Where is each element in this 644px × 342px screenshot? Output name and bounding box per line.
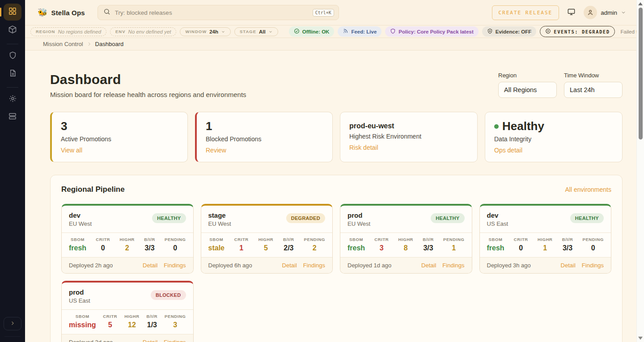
detail-link[interactable]: Detail xyxy=(143,339,157,342)
pipeline-card-footer: Deployed 1d ago DetailFindings xyxy=(340,258,472,273)
user-menu[interactable]: admin xyxy=(584,6,626,19)
findings-link[interactable]: Findings xyxy=(303,262,325,269)
metric-pending: PENDING2 xyxy=(304,237,325,252)
search-shortcut-badge: Ctrl+K xyxy=(313,9,334,17)
metrics-row: SBOMfresh CRITR3 HIGHR8 B/I/R3/3 PENDING… xyxy=(340,232,472,258)
sidebar-item-packages[interactable] xyxy=(4,22,21,38)
global-search[interactable]: Ctrl+K xyxy=(97,5,339,20)
scroll-down-arrow-icon[interactable] xyxy=(638,337,643,340)
sidebar-item-documents[interactable] xyxy=(4,66,21,82)
display-mode-button[interactable] xyxy=(565,6,577,19)
active-promotions-label: Active Promotions xyxy=(61,135,178,143)
sidebar-expand-button[interactable] xyxy=(4,317,21,330)
metric-sbom: SBOMfresh xyxy=(487,237,504,252)
vertical-scrollbar[interactable] xyxy=(636,0,644,342)
env-context-pill[interactable]: ENV No env defined yet xyxy=(110,27,176,36)
env-block: stage EU West xyxy=(208,211,231,227)
breadcrumb-parent[interactable]: Mission Control xyxy=(43,41,83,47)
metric-critr: CRITR5 xyxy=(103,314,117,329)
active-promotions-value: 3 xyxy=(61,120,178,133)
events-status-pill[interactable]: EVENTS: DEGRADED xyxy=(540,26,615,37)
metric-sbom: SBOMfresh xyxy=(347,237,365,252)
time-window-filter-select[interactable]: Last 24h xyxy=(564,82,623,98)
scroll-up-arrow-icon[interactable] xyxy=(638,2,643,5)
region-context-pill[interactable]: REGION No regions defined xyxy=(30,27,106,36)
sidebar-item-settings[interactable] xyxy=(4,91,21,107)
detail-link[interactable]: Detail xyxy=(421,262,436,269)
region-filter-label: Region xyxy=(498,72,557,79)
regional-pipeline-header: Regional Pipeline All environments xyxy=(61,185,611,194)
stage-context-label: STAGE xyxy=(240,29,256,34)
region-filter-select[interactable]: All Regions xyxy=(498,82,557,98)
pipeline-card-dev-us-east: dev US East HEALTHY SBOMfresh CRITR0 HIG… xyxy=(479,204,612,274)
highest-risk-label: Highest Risk Environment xyxy=(349,133,468,140)
offline-status-text: Offline: OK xyxy=(302,29,330,34)
page-filters: Region All Regions Time Window Last 24h xyxy=(498,72,623,98)
pipeline-card-footer: Deployed 3h ago DetailFindings xyxy=(480,258,611,273)
env-context-value: No env defined yet xyxy=(128,29,171,34)
evidence-status-pill[interactable]: Evidence: OFF xyxy=(482,26,537,37)
pipeline-card-footer: Deployed 2h ago DetailFindings xyxy=(62,258,193,273)
env-region: EU West xyxy=(69,220,92,227)
sidebar-item-security[interactable] xyxy=(4,48,21,64)
findings-link[interactable]: Findings xyxy=(164,339,186,342)
env-region: US East xyxy=(487,220,508,227)
create-release-button[interactable]: CREATE RELEASE xyxy=(492,5,559,20)
detail-link[interactable]: Detail xyxy=(561,262,576,269)
blocked-promotions-card: 1 Blocked Promotions Review xyxy=(195,112,333,162)
ops-detail-link[interactable]: Ops detail xyxy=(494,147,522,154)
sidebar-item-dashboard[interactable] xyxy=(4,4,21,21)
env-block: prod EU West xyxy=(347,211,370,227)
scrollbar-thumb[interactable] xyxy=(639,8,643,139)
metric-sbom: SBOMfresh xyxy=(69,237,86,252)
findings-link[interactable]: Findings xyxy=(164,262,186,269)
stage-context-dropdown[interactable]: STAGE All xyxy=(234,27,278,36)
search-input[interactable] xyxy=(115,9,308,16)
region-filter-group: Region All Regions xyxy=(498,72,557,98)
feed-status-pill[interactable]: Feed: Live xyxy=(338,26,381,37)
detail-link[interactable]: Detail xyxy=(143,262,157,269)
env-block: prod US East xyxy=(69,288,90,304)
risk-detail-link[interactable]: Risk detail xyxy=(349,144,378,151)
metrics-row: SBOMstale CRITR1 HIGHR5 B/I/R2/3 PENDING… xyxy=(201,232,333,258)
metric-sbom: SBOMmissing xyxy=(69,314,96,329)
server-icon xyxy=(8,112,17,122)
time-window-filter-group: Time Window Last 24h xyxy=(564,72,623,98)
all-environments-link[interactable]: All environments xyxy=(565,186,612,193)
sidebar-divider xyxy=(7,44,18,44)
chevron-right-icon xyxy=(87,42,92,46)
review-link[interactable]: Review xyxy=(206,147,226,154)
view-all-link[interactable]: View all xyxy=(61,147,82,154)
metric-critr: CRITR0 xyxy=(96,237,110,252)
gear-icon xyxy=(8,94,17,105)
window-context-dropdown[interactable]: WINDOW 24h xyxy=(180,27,231,36)
document-icon xyxy=(8,69,17,79)
sidebar xyxy=(0,0,25,342)
env-region: US East xyxy=(69,297,90,304)
sidebar-item-infrastructure[interactable] xyxy=(4,109,21,125)
page-subtitle: Mission board for release health across … xyxy=(50,91,246,98)
target-circle-icon xyxy=(545,28,551,35)
metric-sbom: SBOMstale xyxy=(208,237,225,252)
detail-link[interactable]: Detail xyxy=(282,262,297,269)
pipeline-card-header: prod EU West HEALTHY xyxy=(340,206,472,232)
data-integrity-card: Healthy Data Integrity Ops detail xyxy=(485,112,623,162)
offline-status-pill[interactable]: Offline: OK xyxy=(289,26,335,37)
pipeline-card-prod-eu-west: prod EU West HEALTHY SBOMfresh CRITR3 HI… xyxy=(340,204,472,274)
pipeline-card-header: dev US East HEALTHY xyxy=(480,206,611,232)
shield-x-icon xyxy=(487,28,493,35)
findings-link[interactable]: Findings xyxy=(442,262,464,269)
metric-highr: HIGHR12 xyxy=(124,314,140,329)
findings-link[interactable]: Findings xyxy=(582,262,604,269)
metric-critr: CRITR3 xyxy=(374,237,389,252)
evidence-status-text: Evidence: OFF xyxy=(496,29,532,34)
pipeline-card-header: stage EU West DEGRADED xyxy=(201,206,333,232)
chevron-down-icon xyxy=(268,30,273,34)
app-title: Stella Ops xyxy=(51,9,85,17)
pipeline-card-footer: Deployed 3d ago DetailFindings xyxy=(62,334,193,342)
metric-bir: B/I/R3/3 xyxy=(562,237,573,252)
policy-status-pill[interactable]: Policy: Core Policy Pack latest xyxy=(385,26,478,37)
env-block: dev US East xyxy=(487,211,508,227)
data-integrity-label: Data Integrity xyxy=(494,135,613,143)
context-bar: REGION No regions defined ENV No env def… xyxy=(25,25,644,38)
